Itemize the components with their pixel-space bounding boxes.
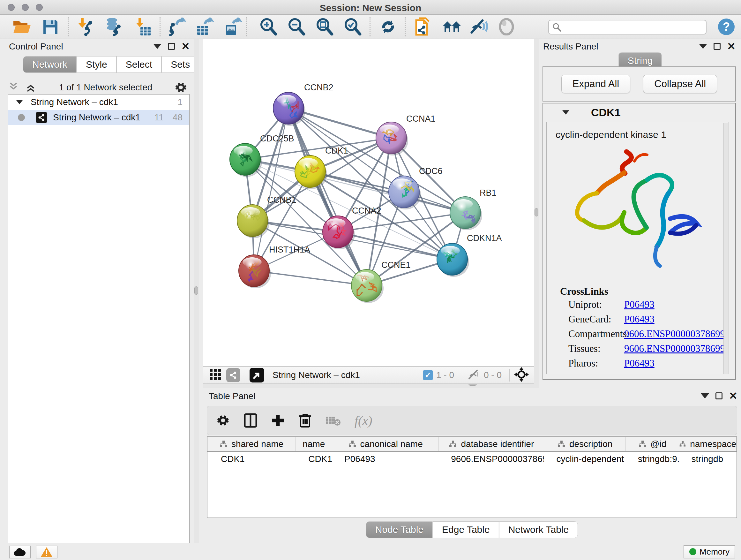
crosslink-link[interactable]: P06493	[624, 297, 655, 312]
network-node-hist1h1a: HIST1H1A	[239, 245, 310, 288]
export-network-icon[interactable]	[167, 18, 186, 36]
close-panel-icon[interactable]: ✕	[727, 43, 736, 50]
warning-button[interactable]	[36, 546, 57, 558]
float-panel-icon[interactable]	[716, 392, 723, 399]
import-table-icon[interactable]	[133, 18, 151, 36]
svg-text:CDC6: CDC6	[419, 166, 443, 176]
control-panel: Control Panel ✕ NetworkStyleSelectSets 1…	[0, 39, 194, 543]
hide-glasses-icon[interactable]	[470, 18, 488, 36]
delete-column-icon[interactable]	[298, 413, 312, 428]
string-network-icon	[36, 112, 47, 123]
crosslink-link[interactable]: P06493	[624, 312, 655, 327]
close-panel-icon[interactable]: ✕	[181, 43, 190, 50]
fit-content-icon[interactable]	[514, 367, 529, 383]
memory-status-icon	[689, 548, 696, 555]
float-panel-icon[interactable]	[714, 43, 721, 50]
gear-icon[interactable]	[174, 81, 188, 94]
export-image-icon[interactable]	[223, 18, 242, 36]
column-header-database-identifier[interactable]: database identifier	[439, 437, 544, 451]
column-header-canonical-name[interactable]: canonical name	[332, 437, 439, 451]
expand-all-button[interactable]: Expand All	[561, 75, 630, 93]
gear-icon[interactable]	[216, 414, 230, 428]
network-node-ccna1: CCNA1	[376, 114, 435, 155]
memory-button[interactable]: Memory	[684, 545, 735, 558]
vertical-splitter-left[interactable]	[194, 39, 199, 543]
network-canvas[interactable]: CCNB2 CCNA1 CDC25B CDK1 CDC6 RB1 CCNB1	[203, 39, 534, 366]
network-row-selected[interactable]: String Network – cdk1 11 48	[8, 110, 189, 125]
open-session-icon[interactable]	[12, 18, 31, 36]
splitter-handle[interactable]	[535, 208, 538, 216]
tab-edge-table[interactable]: Edge Table	[433, 521, 499, 538]
tab-network-table[interactable]: Network Table	[499, 521, 578, 538]
search-field[interactable]	[548, 20, 706, 35]
crosslink-label: Uniprot:	[568, 297, 624, 312]
crosslink-label: Pharos:	[568, 356, 624, 371]
grid-view-icon[interactable]	[209, 368, 222, 382]
collapse-all-icon[interactable]	[7, 81, 20, 94]
crosslink-link[interactable]: 9606.ENSP00000378699	[624, 341, 725, 356]
warning-icon	[41, 547, 53, 557]
tab-select[interactable]: Select	[117, 56, 161, 73]
cloud-button[interactable]	[9, 546, 30, 558]
string-document-icon[interactable]	[414, 18, 431, 36]
splitter-handle[interactable]	[194, 287, 198, 295]
column-header-description[interactable]: description	[544, 437, 625, 451]
tab-node-table[interactable]: Node Table	[366, 521, 433, 538]
column-header-shared-name[interactable]: shared name	[207, 437, 295, 451]
network-node-cdc25b: CDC25B	[230, 134, 294, 177]
collection-expander-icon[interactable]	[16, 100, 23, 105]
column-header-name[interactable]: name	[295, 437, 332, 451]
tab-style[interactable]: Style	[77, 56, 117, 73]
selected-checkbox-icon[interactable]: ✓	[423, 370, 433, 380]
column-browser-icon[interactable]	[244, 413, 258, 428]
entry-expander-icon[interactable]	[562, 110, 569, 115]
float-panel-icon[interactable]	[168, 43, 175, 50]
node-table[interactable]: shared namenamecanonical namedatabase id…	[207, 436, 737, 518]
close-panel-icon[interactable]: ✕	[729, 392, 738, 399]
zoom-out-icon[interactable]	[287, 18, 306, 36]
column-header--id[interactable]: @id	[626, 437, 679, 451]
toolbar-separator	[68, 17, 69, 37]
table-row[interactable]: CDK1CDK1P064939606.ENSP00000378699cyclin…	[207, 452, 737, 466]
zoom-fit-icon[interactable]	[315, 18, 334, 36]
panel-menu-icon[interactable]	[701, 393, 709, 398]
tab-network[interactable]: Network	[23, 56, 77, 73]
column-header-namespace[interactable]: namespace	[679, 437, 737, 451]
selected-nodes-edges-count: 1 - 0	[436, 370, 454, 380]
import-network-icon[interactable]	[77, 18, 96, 36]
table-cell: P06493	[332, 452, 439, 466]
panel-menu-icon[interactable]	[153, 44, 161, 49]
status-bar: Memory	[0, 543, 741, 560]
tab-sets[interactable]: Sets	[161, 56, 199, 73]
network-view[interactable]: CCNB2 CCNA1 CDC25B CDK1 CDC6 RB1 CCNB1	[203, 39, 534, 367]
network-node-rb1: RB1	[450, 188, 496, 230]
help-icon[interactable]: ?	[718, 18, 735, 36]
collection-label: String Network – cdk1	[30, 97, 118, 107]
zoom-selected-icon[interactable]	[343, 18, 362, 36]
network-collection-row[interactable]: String Network – cdk1 1	[8, 95, 189, 110]
hidden-eye-icon[interactable]	[467, 368, 481, 382]
search-input[interactable]	[562, 22, 699, 32]
import-network-database-icon[interactable]	[104, 18, 122, 36]
results-scrollbar[interactable]	[724, 123, 728, 374]
export-table-icon[interactable]	[195, 18, 214, 36]
save-session-icon[interactable]	[42, 18, 59, 36]
zoom-in-icon[interactable]	[259, 18, 278, 36]
crosslink-row: Tissues:9606.ENSP00000378699	[547, 341, 729, 356]
search-icon	[552, 22, 562, 32]
birdseye-view-icon[interactable]	[250, 368, 264, 382]
panel-menu-icon[interactable]	[699, 44, 707, 49]
collapse-all-button[interactable]: Collapse All	[643, 75, 717, 93]
protein-structure-image	[558, 142, 718, 286]
crosslink-link[interactable]: P06493	[624, 356, 655, 371]
add-column-icon[interactable]	[271, 414, 285, 428]
refresh-icon[interactable]	[379, 18, 397, 36]
share-view-icon[interactable]	[226, 368, 240, 382]
toolbar-divider	[509, 369, 510, 381]
crosslink-link[interactable]: 9606.ENSP00000378699	[624, 327, 725, 341]
home-icon[interactable]	[442, 18, 462, 36]
edge-count: 48	[173, 112, 183, 123]
hidden-nodes-edges-count: 0 - 0	[484, 370, 502, 380]
eye-icon[interactable]	[498, 18, 515, 36]
expand-all-icon[interactable]	[24, 81, 37, 94]
